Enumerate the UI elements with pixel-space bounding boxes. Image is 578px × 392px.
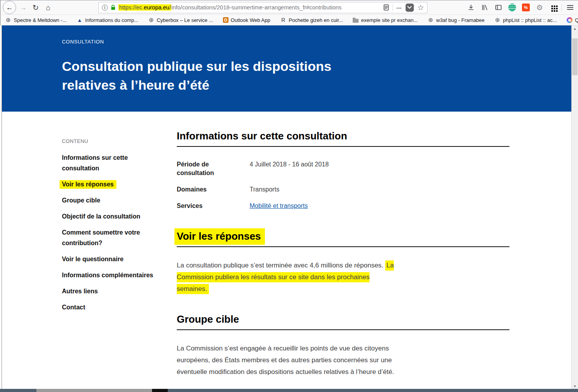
sidebar-toggle-icon <box>495 4 502 11</box>
web-page: CONSULTATION Consultation publique sur l… <box>2 25 571 389</box>
section-rule <box>177 146 509 147</box>
qwant-favicon-icon <box>567 17 573 23</box>
extension-green-button[interactable] <box>507 2 518 13</box>
site-info-icon[interactable] <box>102 5 108 11</box>
bookmark-item[interactable]: Qwant <box>567 17 578 23</box>
globe-favicon-icon <box>5 17 11 23</box>
letter-r-favicon-icon <box>280 17 286 23</box>
scrollbar-up-arrow[interactable]: ▴ <box>572 25 578 32</box>
downloads-button[interactable] <box>466 2 477 13</box>
page-footer-edge <box>0 389 578 392</box>
info-label: Services <box>177 202 228 210</box>
settings-button[interactable] <box>534 2 545 13</box>
forward-arrow-icon: → <box>20 4 27 11</box>
consultation-info-list: Période de consultation 4 Juillet 2018 -… <box>177 160 509 210</box>
info-row: Services Mobilité et transports <box>177 202 509 210</box>
paragraph-text: La consultation publique s’est terminée … <box>177 262 383 269</box>
sidebar-item-informations-complementaires[interactable]: Informations complémentaires <box>62 270 160 280</box>
bookmark-item[interactable]: exemple site pr exchan... <box>353 17 418 23</box>
info-label: Domaines <box>177 185 228 194</box>
target-group-paragraph: La Commission s’est engagée à recueillir… <box>177 343 403 378</box>
bookmark-item[interactable]: phpList :: phpList :: ac... <box>495 17 557 23</box>
gear-icon <box>536 3 543 12</box>
section-rule <box>177 246 509 247</box>
extension-green-icon <box>508 4 516 11</box>
section-voir-les-reponses: Voir les réponses La consultation publiq… <box>177 230 509 295</box>
sidebar-item-informations-sur-cette-consultation[interactable]: Informations sur cette consultation <box>62 152 160 173</box>
section-rule <box>177 329 509 330</box>
download-icon <box>467 4 475 11</box>
bookmarks-bar: Spectre & Meltdown -... Informations du … <box>0 15 578 25</box>
section-heading: Voir les réponses <box>177 230 509 242</box>
pocket-icon[interactable] <box>406 4 414 12</box>
info-value: 4 Juillet 2018 - 16 août 2018 <box>250 160 329 177</box>
globe-favicon-icon <box>148 17 154 23</box>
toolbar-separator <box>562 4 562 11</box>
sidebar-heading: CONTENU <box>62 138 168 144</box>
scrollbar-down-arrow[interactable]: ▾ <box>572 383 578 389</box>
library-button[interactable] <box>479 2 490 13</box>
grid-icon <box>551 5 553 7</box>
contents-sidebar: CONTENU Informations sur cette consultat… <box>62 112 168 378</box>
services-link[interactable]: Mobilité et transports <box>250 202 308 210</box>
scrollbar-thumb[interactable] <box>572 38 578 75</box>
bookmark-item[interactable]: w3af bug - Framabee <box>428 17 485 23</box>
extension-orange-button[interactable] <box>520 2 531 13</box>
info-row: Domaines Transports <box>177 185 509 194</box>
sidebars-button[interactable] <box>493 2 504 13</box>
bookmark-item[interactable]: Spectre & Meltdown -... <box>5 17 67 23</box>
bookmark-item[interactable]: Outlook Web App <box>223 17 270 23</box>
reload-button[interactable]: ↻ <box>29 2 42 13</box>
triangle-a-favicon-icon <box>76 17 83 23</box>
home-button[interactable]: ⌂ <box>42 2 54 13</box>
highlighted-heading: Voir les réponses <box>174 228 265 245</box>
browser-toolbar: ← → ↻ ⌂ https://ec.europa.eu/info/consul… <box>0 0 578 15</box>
responses-paragraph: La consultation publique s’est terminée … <box>177 260 403 295</box>
info-label: Période de consultation <box>177 160 228 177</box>
title-line-2: relatives à l’heure d’été <box>62 78 209 92</box>
section-heading: Informations sur cette consultation <box>177 130 509 142</box>
reader-view-icon[interactable] <box>383 4 389 11</box>
sidebar-item-contact[interactable]: Contact <box>62 302 160 313</box>
sidebar-item-objectif-de-la-consultation[interactable]: Objectif de la consultation <box>62 211 160 222</box>
section-groupe-cible: Groupe cible La Commission s’est engagée… <box>177 313 509 378</box>
info-value: Transports <box>250 185 279 194</box>
section-informations: Informations sur cette consultation Péri… <box>177 130 509 210</box>
sidebar-item-autres-liens[interactable]: Autres liens <box>62 286 160 296</box>
url-text[interactable]: https://ec.europa.eu/info/consultations/… <box>118 4 380 11</box>
urlbar-separator <box>393 4 393 11</box>
page-actions-icon[interactable] <box>397 4 402 11</box>
bookmark-item[interactable]: Pochette gizeh en cuir... <box>280 17 343 23</box>
folder-favicon-icon <box>353 19 359 23</box>
apps-grid-button[interactable] <box>548 2 559 13</box>
reload-icon: ↻ <box>33 4 39 11</box>
globe-favicon-icon <box>428 17 434 23</box>
forward-button[interactable]: → <box>17 2 29 13</box>
bookmark-star-icon[interactable] <box>417 3 424 12</box>
back-arrow-icon: ← <box>6 4 13 11</box>
page-content: CONTENU Informations sur cette consultat… <box>2 112 571 378</box>
sidebar-item-voir-les-reponses[interactable]: Voir les réponses <box>62 179 160 190</box>
outlook-favicon-icon <box>223 17 228 23</box>
hamburger-icon <box>567 7 573 8</box>
bookmark-item[interactable]: Informations du comp... <box>76 17 138 23</box>
page-scrollbar[interactable]: ▴ ▾ <box>571 25 578 389</box>
url-highlighted-selection: https://ec.europa.eu/ <box>118 4 171 11</box>
sidebar-item-voir-le-questionnaire[interactable]: Voir le questionnaire <box>62 254 160 264</box>
sidebar-item-comment-soumettre-votre-contribution[interactable]: Comment soumettre votre contribution? <box>62 227 160 248</box>
url-bar[interactable]: https://ec.europa.eu/info/consultations/… <box>98 2 428 13</box>
main-column: Informations sur cette consultation Péri… <box>177 112 509 378</box>
back-button[interactable]: ← <box>3 1 16 14</box>
sidebar-item-groupe-cible[interactable]: Groupe cible <box>62 195 160 206</box>
menu-button[interactable] <box>565 2 576 13</box>
page-title: Consultation publique sur les dispositio… <box>62 57 556 94</box>
home-icon: ⌂ <box>46 4 50 11</box>
extension-orange-icon <box>522 4 530 11</box>
hero-kicker: CONSULTATION <box>62 39 556 45</box>
toolbar-actions <box>466 2 576 13</box>
library-icon <box>481 4 488 11</box>
bookmark-item[interactable]: Cyberbox – Le service ... <box>148 17 213 23</box>
page-hero: CONSULTATION Consultation publique sur l… <box>2 25 571 112</box>
globe-favicon-icon <box>495 17 501 23</box>
section-heading: Groupe cible <box>177 313 509 325</box>
